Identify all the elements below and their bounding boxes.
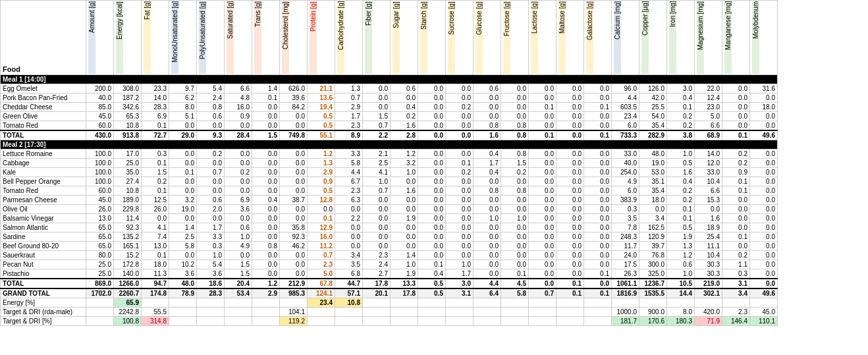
chol-cell: 212.9 (280, 279, 308, 288)
iron-cell: 0.1 (667, 103, 695, 112)
food-cell: Tomato Red (1, 121, 86, 131)
manganese-cell: 3.1 (722, 279, 750, 288)
carb-cell: 2.3 (335, 121, 363, 131)
fat-cell: 18.0 (142, 260, 169, 269)
fat-cell: 7.4 (142, 232, 169, 242)
fructose-cell: 0.0 (501, 260, 529, 269)
starch-cell: 0.1 (418, 260, 446, 269)
maltose-cell: 0.0 (556, 232, 584, 242)
calcium-special-cell: 181.7 (612, 317, 639, 326)
magnesium-cell: 22.0 (695, 84, 722, 94)
energy-cell: 11.4 (114, 214, 142, 223)
sugar-cell: 0.4 (391, 103, 418, 112)
galactose-cell: 0.0 (584, 205, 612, 214)
trans-cell: 0.0 (252, 112, 280, 121)
table-row: Lettuce Romaine100.017.00.30.00.20.00.00… (1, 150, 778, 159)
molybdenum-cell: 0.0 (750, 232, 778, 242)
fiber-cell: 0.0 (363, 84, 391, 94)
energy-cell: 10.8 (114, 121, 142, 131)
fructose-cell: 0.0 (501, 205, 529, 214)
magnesium-cell: 30.3 (695, 260, 722, 269)
fructose-cell: 0.0 (501, 251, 529, 260)
iron-cell: 1.0 (667, 269, 695, 279)
poly-cell: 3.6 (197, 269, 225, 279)
mono-cell: 9.7 (169, 84, 197, 94)
manganese-cell: 0.0 (722, 84, 750, 94)
lactose-special-cell (529, 298, 556, 308)
sugar-cell: 17.8 (391, 288, 418, 298)
maltose-cell: 0.0 (556, 103, 584, 112)
fructose-special-cell (501, 298, 529, 308)
fat-cell: 11.3 (142, 269, 169, 279)
molybdenum-cell: 0.0 (750, 168, 778, 177)
chol-cell: 84.2 (280, 103, 308, 112)
carb-header: Carbohydrate [g] (335, 1, 363, 75)
carb-cell: 0.0 (335, 223, 363, 232)
molybdenum-cell: 0.0 (750, 121, 778, 131)
maltose-cell: 0.0 (556, 251, 584, 260)
maltose-cell: 0.0 (556, 94, 584, 103)
mono-cell: 3.6 (169, 269, 197, 279)
trans-cell: 0.0 (252, 260, 280, 269)
iron-cell: 0.4 (667, 94, 695, 103)
manganese-cell: 0.1 (722, 232, 750, 242)
starch-cell: 0.5 (418, 288, 446, 298)
lactose-cell: 0.0 (529, 168, 556, 177)
fat-cell: 23.3 (142, 84, 169, 94)
poly-cell: 1.0 (197, 251, 225, 260)
special-row: Target & DRI (rda-male)2242.855.5104.110… (1, 308, 778, 317)
sucrose-cell: 0.0 (446, 251, 474, 260)
magnesium-cell: 0.0 (695, 205, 722, 214)
starch-cell: 0.0 (418, 251, 446, 260)
starch-cell: 0.4 (418, 269, 446, 279)
table-row: Bell Pepper Orange100.027.40.20.00.00.00… (1, 177, 778, 186)
fructose-cell: 0.0 (501, 196, 529, 205)
glucose-cell: 0.0 (474, 242, 501, 251)
iron-cell: 0.2 (667, 112, 695, 121)
starch-cell: 0.0 (418, 214, 446, 223)
trans-cell: 0.0 (252, 103, 280, 112)
sat-cell: 0.0 (225, 177, 252, 186)
fat-cell: 174.8 (142, 288, 169, 298)
galactose-cell: 0.0 (584, 168, 612, 177)
protein-cell: 0.1 (308, 214, 335, 223)
glucose-cell: 0.0 (474, 205, 501, 214)
calcium-cell: 26.3 (612, 269, 639, 279)
copper-cell: 19.0 (639, 159, 667, 168)
nutrition-table-container[interactable]: Food Amount [g] Energy [kcal] Fat [g] Mo… (0, 0, 868, 326)
amount-cell: 1702.0 (86, 288, 114, 298)
fructose-cell: 0.0 (501, 223, 529, 232)
trans-cell: 0.1 (252, 94, 280, 103)
starch-cell: 0.0 (418, 112, 446, 121)
fructose-cell: 0.0 (501, 177, 529, 186)
iron-cell: 0.2 (667, 196, 695, 205)
fructose-cell: 0.1 (501, 269, 529, 279)
sugar-cell: 0.0 (391, 205, 418, 214)
lactose-cell: 0.0 (529, 186, 556, 196)
poly-cell: 0.2 (197, 150, 225, 159)
sugar-special-cell (391, 308, 418, 317)
galactose-cell: 0.0 (584, 214, 612, 223)
fructose-special-cell (501, 317, 529, 326)
table-row: Balsamic Vinegar13.011.40.00.00.00.00.00… (1, 214, 778, 223)
special-row: Energy [%]65.923.410.8 (1, 298, 778, 308)
calcium-cell: 7.8 (612, 223, 639, 232)
iron-cell: 0.5 (667, 223, 695, 232)
starch-cell: 0.0 (418, 223, 446, 232)
iron-cell: 3.8 (667, 130, 695, 140)
energy-header: Energy [kcal] (114, 1, 142, 75)
molybdenum-header: Molybdenum (750, 1, 778, 75)
protein-cell: 67.8 (308, 279, 335, 288)
amount-cell: 45.0 (86, 112, 114, 121)
magnesium-cell: 5.0 (695, 112, 722, 121)
sat-cell: 0.9 (225, 112, 252, 121)
poly-special-cell (197, 317, 225, 326)
energy-cell: 135.2 (114, 232, 142, 242)
amount-cell: 45.0 (86, 196, 114, 205)
trans-special-cell (252, 298, 280, 308)
carb-cell: 0.0 (335, 242, 363, 251)
molybdenum-cell: 0.0 (750, 196, 778, 205)
poly-cell: 3.3 (197, 232, 225, 242)
fat-cell: 1.5 (142, 168, 169, 177)
energy-cell: 15.2 (114, 251, 142, 260)
